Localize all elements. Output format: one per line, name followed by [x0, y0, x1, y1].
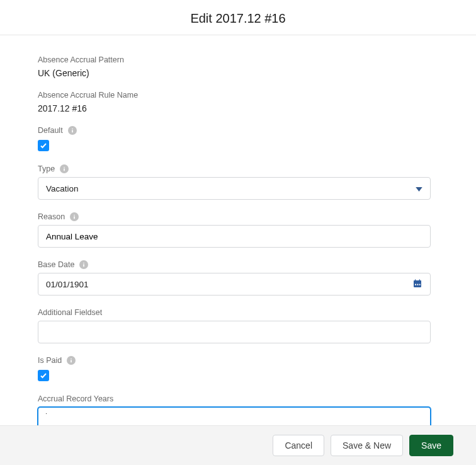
default-label-row: Default: [38, 126, 431, 135]
svg-point-2: [64, 167, 65, 168]
reason-field: Reason: [38, 212, 431, 248]
info-icon[interactable]: [70, 212, 79, 221]
type-value: Vacation: [46, 184, 79, 193]
pattern-label: Absence Accrual Pattern: [38, 55, 431, 64]
type-label: Type: [38, 164, 55, 173]
svg-rect-15: [419, 284, 421, 285]
pattern-value: UK (Generic): [38, 68, 431, 78]
default-field: Default: [38, 126, 431, 152]
svg-rect-11: [415, 279, 416, 281]
save-new-button[interactable]: Save & New: [331, 435, 403, 456]
svg-point-0: [72, 129, 73, 130]
rulename-value: 2017.12 #16: [38, 103, 431, 113]
svg-rect-3: [64, 168, 65, 171]
pattern-field: Absence Accrual Pattern UK (Generic): [38, 55, 431, 78]
info-icon[interactable]: [60, 164, 69, 173]
reason-label-row: Reason: [38, 212, 431, 221]
type-field: Type Vacation: [38, 164, 431, 200]
ispaid-checkbox[interactable]: [38, 370, 49, 381]
ispaid-label-row: Is Paid: [38, 356, 431, 365]
chevron-down-icon: [416, 184, 422, 193]
dialog-title: Edit 2017.12 #16: [0, 11, 476, 26]
accrual-years-input[interactable]: [38, 407, 431, 427]
type-select[interactable]: Vacation: [38, 177, 431, 200]
info-icon[interactable]: [68, 126, 77, 135]
addfs-input-field[interactable]: [46, 328, 422, 337]
svg-rect-6: [74, 216, 75, 219]
edit-form: Absence Accrual Pattern UK (Generic) Abs…: [0, 35, 468, 427]
basedate-field: Base Date 01/01/1901: [38, 260, 431, 296]
cancel-button[interactable]: Cancel: [273, 435, 324, 456]
svg-point-7: [84, 263, 85, 264]
basedate-label: Base Date: [38, 260, 74, 269]
svg-rect-8: [84, 264, 85, 267]
svg-marker-4: [416, 187, 422, 192]
svg-rect-14: [417, 284, 418, 285]
basedate-label-row: Base Date: [38, 260, 431, 269]
form-scroll-area[interactable]: Absence Accrual Pattern UK (Generic) Abs…: [0, 35, 476, 427]
svg-point-5: [74, 215, 75, 216]
addfs-input[interactable]: [38, 321, 431, 343]
type-label-row: Type: [38, 164, 431, 173]
ispaid-field: Is Paid: [38, 356, 431, 382]
info-icon[interactable]: [79, 260, 88, 269]
basedate-input[interactable]: 01/01/1901: [38, 273, 431, 296]
svg-rect-17: [71, 360, 72, 362]
accrual-years-field: Accrual Record Years: [38, 394, 431, 427]
rulename-field: Absence Accrual Rule Name 2017.12 #16: [38, 91, 431, 113]
basedate-value: 01/01/1901: [46, 280, 89, 289]
accrual-years-input-field[interactable]: [46, 414, 422, 423]
reason-input-field[interactable]: [46, 232, 422, 241]
reason-label: Reason: [38, 212, 65, 221]
svg-rect-12: [419, 279, 420, 281]
rulename-label: Absence Accrual Rule Name: [38, 91, 431, 100]
reason-input[interactable]: [38, 225, 431, 248]
save-button[interactable]: Save: [409, 435, 453, 456]
calendar-icon[interactable]: [412, 278, 422, 290]
addfs-field: Additional Fieldset: [38, 308, 431, 343]
info-icon[interactable]: [67, 356, 76, 365]
dialog-header: Edit 2017.12 #16: [0, 0, 476, 35]
dialog-footer: Cancel Save & New Save: [0, 425, 476, 465]
svg-rect-13: [415, 284, 416, 285]
accrual-years-label: Accrual Record Years: [38, 394, 431, 403]
svg-point-16: [71, 359, 72, 360]
ispaid-label: Is Paid: [38, 356, 62, 365]
default-checkbox[interactable]: [38, 140, 49, 151]
addfs-label: Additional Fieldset: [38, 308, 431, 317]
svg-rect-1: [72, 130, 73, 132]
default-label: Default: [38, 126, 63, 135]
svg-rect-10: [414, 280, 421, 282]
